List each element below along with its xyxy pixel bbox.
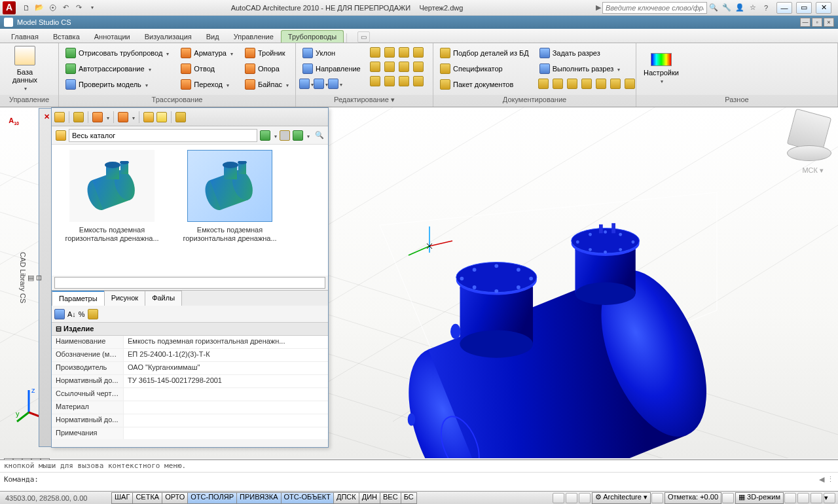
prop-value[interactable]: ОАО "Курганхиммаш" (124, 362, 328, 374)
doc-d6[interactable] (609, 77, 622, 90)
tab-annotations[interactable]: Аннотации (87, 30, 137, 43)
tab-manage[interactable]: Управление (227, 30, 281, 43)
status-elevation[interactable]: Отметка: +0.00 (665, 492, 721, 504)
comm-icon[interactable]: 👤 (735, 3, 745, 13)
tab-view[interactable]: Вид (199, 30, 227, 43)
export-icon[interactable] (175, 112, 186, 122)
qat-undo-icon[interactable]: ↶ (60, 3, 71, 13)
edit-a1[interactable] (369, 46, 382, 59)
prop-row[interactable]: Примечания (52, 427, 328, 439)
prop-value[interactable] (124, 388, 328, 401)
doc-d4[interactable] (580, 77, 593, 90)
status-toggle-привязка[interactable]: ПРИВЯЗКА (236, 492, 281, 504)
status-lock-icon[interactable] (651, 493, 663, 503)
edit-a3[interactable] (397, 46, 410, 59)
draw-pipeline-button[interactable]: Отрисовать трубопровод (63, 46, 172, 60)
prop-value[interactable] (124, 401, 328, 414)
status-misc2-icon[interactable] (797, 493, 809, 503)
status-tray-ws[interactable]: ⚙ Architecture ▾ (592, 492, 651, 504)
check-model-button[interactable]: Проверить модель (63, 77, 172, 92)
catalog-add-icon[interactable] (260, 130, 270, 141)
binoculars-icon[interactable]: 🔍 (708, 3, 719, 13)
edit-c1[interactable] (369, 75, 382, 88)
coordinates[interactable]: 43503.00, 28258.00, 0.00 (0, 494, 111, 502)
settings-button[interactable]: Настройки (640, 46, 682, 92)
view-cube-compass[interactable] (787, 145, 831, 161)
status-toggle-орто[interactable]: ОРТО (162, 492, 188, 504)
tab-home[interactable]: Главная (4, 30, 46, 43)
support-button[interactable]: Опора (242, 62, 291, 76)
edit-a2[interactable] (383, 46, 396, 59)
find-icon[interactable] (143, 112, 154, 122)
bypass-button[interactable]: Байпас (242, 77, 291, 92)
prop-value[interactable]: ЕП 25-2400-1-1(2)(3)-Т-К (124, 349, 328, 361)
tab-insert[interactable]: Вставка (46, 30, 87, 43)
qat-redo-icon[interactable]: ↷ (73, 3, 84, 13)
tab-files[interactable]: Файлы (145, 291, 182, 306)
database-button[interactable]: База данных (4, 46, 46, 92)
specifier-button[interactable]: Спецификатор (437, 62, 532, 76)
status-toggle-отс-объект[interactable]: ОТС-ОБЪЕКТ (281, 492, 334, 504)
edit-b4[interactable] (412, 60, 425, 73)
valve-button[interactable]: Арматура (178, 46, 236, 60)
prop-row[interactable]: Нормативный до... (52, 414, 328, 427)
qat-open-icon[interactable]: 📂 (34, 3, 45, 13)
set-section-button[interactable]: Задать разрез (537, 46, 636, 60)
edit-a4[interactable] (412, 46, 425, 59)
status-toggle-дпск[interactable]: ДПСК (333, 492, 359, 504)
qat-new-icon[interactable]: 🗋 (21, 3, 31, 13)
prop-row[interactable]: ПроизводительОАО "Курганхиммаш" (52, 362, 328, 375)
status-toggle-отс-поляр[interactable]: ОТС-ПОЛЯР (187, 492, 237, 504)
status-misc3-icon[interactable] (811, 493, 822, 503)
property-grid[interactable]: ⊟ Изделие НаименованиеЕмкость подземная … (52, 323, 328, 439)
edit-c3[interactable] (397, 75, 410, 88)
copy-icon[interactable] (73, 112, 84, 122)
edit-tool-1[interactable] (300, 77, 313, 90)
highlight-icon[interactable] (118, 112, 128, 122)
edit-b1[interactable] (369, 60, 382, 73)
app-logo-icon[interactable] (3, 1, 16, 14)
panel-edit-label[interactable]: Редактирование ▾ (296, 95, 433, 107)
status-model-icon[interactable] (553, 493, 564, 503)
prop-value[interactable] (124, 414, 328, 427)
help-icon[interactable]: ? (761, 3, 771, 13)
bend-button[interactable]: Отвод (178, 62, 236, 76)
status-toggle-бс[interactable]: БС (401, 492, 417, 504)
catalog-dropdown[interactable]: Весь каталог (69, 129, 257, 142)
catalog-search-icon[interactable]: 🔍 (315, 131, 324, 139)
catalog-refresh-icon[interactable] (293, 130, 303, 141)
prop-value[interactable]: ТУ 3615-145-00217298-2001 (124, 375, 328, 387)
tab-visualization[interactable]: Визуализация (137, 30, 199, 43)
qat-save-icon[interactable]: 🖸 (47, 3, 58, 13)
qat-more-icon[interactable] (86, 3, 97, 13)
status-grid-icon[interactable] (722, 493, 734, 503)
status-toggle-сетка[interactable]: СЕТКА (132, 492, 162, 504)
prop-row[interactable]: Нормативный до...ТУ 3615-145-00217298-20… (52, 375, 328, 388)
child-restore-button[interactable]: ▫ (812, 18, 822, 27)
prop-row[interactable]: Обозначение (мо...ЕП 25-2400-1-1(2)(3)-Т… (52, 349, 328, 362)
edit-tool-2[interactable] (314, 77, 327, 90)
prop-value[interactable]: Емкость подземная горизонтальная дренажн… (124, 336, 328, 348)
catalog-folder-icon[interactable] (280, 130, 290, 141)
command-input[interactable] (41, 475, 816, 484)
reducer-button[interactable]: Переход (178, 77, 236, 92)
palette-close-icon[interactable]: ✕ (44, 113, 50, 121)
ribbon-minimize-button[interactable]: ▭ (357, 31, 370, 43)
child-min-button[interactable]: — (800, 18, 811, 27)
autoroute-button[interactable]: Автотрассирование (63, 62, 172, 76)
key-icon[interactable]: 🔧 (721, 3, 732, 13)
prop-cat-icon[interactable] (54, 309, 65, 319)
doc-d1[interactable] (537, 77, 550, 90)
status-toggle-вес[interactable]: ВЕС (380, 492, 401, 504)
maximize-button[interactable]: ▭ (796, 2, 812, 14)
prop-percent-icon[interactable]: % (79, 310, 85, 318)
cmd-left-icon[interactable]: ◀ (819, 475, 824, 484)
pick-parts-button[interactable]: Подбор деталей из БД (437, 46, 532, 60)
favorite-icon[interactable]: ☆ (748, 3, 758, 13)
edit-tool-3[interactable] (329, 77, 342, 90)
prop-category[interactable]: ⊟ Изделие (52, 323, 328, 336)
slope-button[interactable]: Уклон (300, 46, 363, 60)
status-qview-icon[interactable] (579, 493, 591, 503)
tab-drawing[interactable]: Рисунок (104, 291, 146, 306)
nav-fwd-icon[interactable] (92, 112, 103, 122)
